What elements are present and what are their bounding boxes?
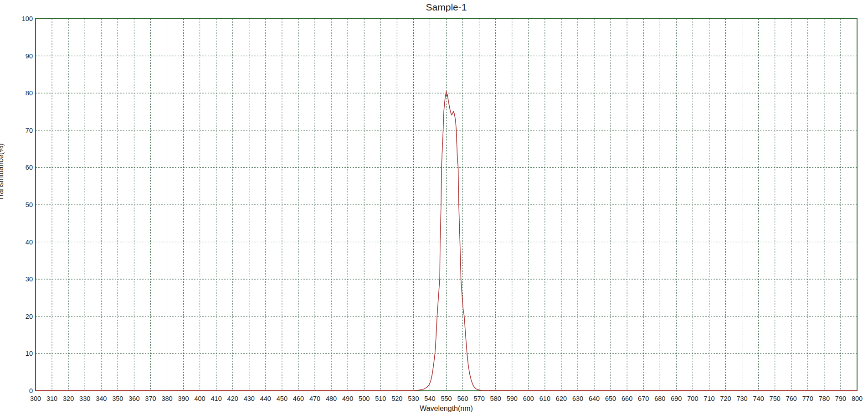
x-tick-label: 370 <box>145 395 156 402</box>
x-tick-label: 710 <box>704 395 714 402</box>
x-tick-label: 450 <box>277 395 288 402</box>
x-tick-label: 730 <box>736 395 747 402</box>
x-tick-label: 400 <box>194 395 205 402</box>
x-tick-label: 780 <box>819 395 830 402</box>
x-tick-label: 700 <box>687 395 698 402</box>
x-tick-label: 530 <box>408 395 419 402</box>
x-tick-label: 640 <box>589 395 600 402</box>
x-tick-label: 410 <box>211 395 222 402</box>
x-tick-label: 760 <box>786 395 797 402</box>
x-tick-label: 600 <box>523 395 534 402</box>
x-tick-label: 540 <box>424 395 435 402</box>
x-tick-label: 310 <box>46 395 57 402</box>
y-tick-label: 40 <box>26 239 33 246</box>
x-tick-label: 460 <box>293 395 304 402</box>
x-tick-label: 490 <box>342 395 353 402</box>
chart-canvas: Sample-1 Transmittance(%) Wavelength(nm)… <box>0 0 868 415</box>
x-tick-label: 360 <box>128 395 139 402</box>
x-tick-label: 630 <box>572 395 583 402</box>
x-tick-label: 480 <box>326 395 337 402</box>
x-tick-label: 750 <box>770 395 781 402</box>
x-tick-label: 300 <box>30 395 41 402</box>
x-tick-label: 550 <box>441 395 452 402</box>
plot-svg: 3003103203303403503603703803904004104204… <box>0 0 868 415</box>
y-tick-label: 80 <box>26 89 33 97</box>
x-tick-label: 790 <box>835 395 846 402</box>
x-tick-label: 470 <box>309 395 320 402</box>
x-tick-label: 800 <box>852 395 863 402</box>
x-tick-label: 570 <box>474 395 485 402</box>
gridlines <box>36 19 857 391</box>
x-tick-label: 590 <box>507 395 518 402</box>
x-tick-label: 740 <box>753 395 764 402</box>
x-tick-label: 580 <box>490 395 501 402</box>
x-tick-label: 350 <box>112 395 123 402</box>
x-tick-label: 340 <box>96 395 107 402</box>
y-tick-label: 70 <box>26 127 33 134</box>
x-tick-label: 420 <box>227 395 238 402</box>
y-tick-label: 0 <box>29 387 33 394</box>
x-tick-label: 510 <box>375 395 386 402</box>
x-tick-label: 500 <box>359 395 370 402</box>
y-tick-label: 60 <box>26 164 33 171</box>
x-tick-label: 650 <box>605 395 616 402</box>
x-tick-label: 320 <box>63 395 74 402</box>
x-tick-labels: 3003103203303403503603703803904004104204… <box>30 395 863 402</box>
y-tick-label: 30 <box>26 275 33 283</box>
x-tick-label: 660 <box>621 395 632 402</box>
y-tick-label: 90 <box>26 52 33 60</box>
x-tick-label: 670 <box>638 395 649 402</box>
y-tick-label: 100 <box>22 15 33 22</box>
y-tick-label: 50 <box>26 201 33 208</box>
y-tick-labels: 0102030405060708090100 <box>22 15 33 394</box>
y-axis-title: Transmittance(%) <box>0 143 5 201</box>
x-tick-label: 390 <box>178 395 189 402</box>
x-tick-label: 680 <box>654 395 665 402</box>
x-tick-label: 440 <box>260 395 271 402</box>
x-tick-label: 690 <box>671 395 682 402</box>
x-tick-label: 520 <box>391 395 402 402</box>
x-tick-label: 620 <box>556 395 567 402</box>
x-tick-label: 380 <box>161 395 172 402</box>
x-axis-title: Wavelength(nm) <box>36 405 857 413</box>
x-tick-label: 560 <box>457 395 468 402</box>
y-tick-label: 20 <box>26 313 33 320</box>
x-tick-label: 330 <box>79 395 90 402</box>
y-tick-label: 10 <box>26 350 33 357</box>
chart-title: Sample-1 <box>36 2 857 13</box>
x-tick-label: 720 <box>720 395 731 402</box>
x-tick-label: 770 <box>802 395 813 402</box>
x-tick-label: 430 <box>244 395 255 402</box>
x-tick-label: 610 <box>539 395 550 402</box>
